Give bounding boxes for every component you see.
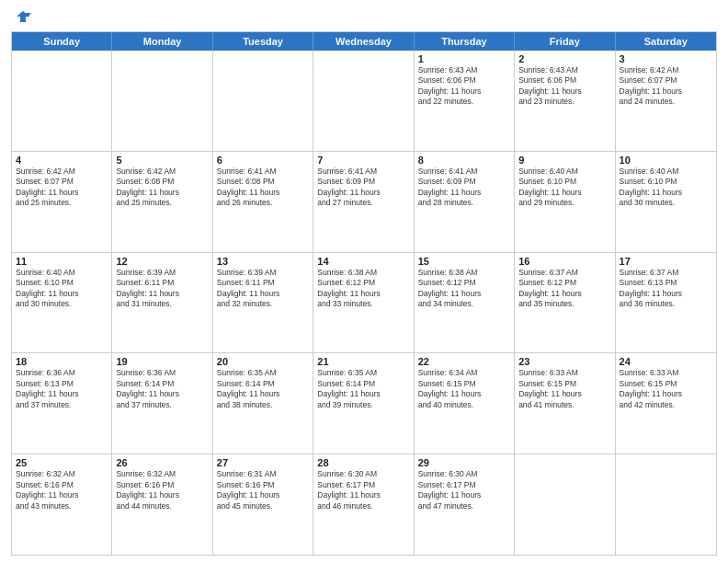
- day-info: Sunrise: 6:42 AM Sunset: 6:07 PM Dayligh…: [620, 65, 712, 108]
- logo: [11, 9, 33, 26]
- day-info: Sunrise: 6:33 AM Sunset: 6:15 PM Dayligh…: [620, 368, 712, 410]
- calendar-body: 1Sunrise: 6:43 AM Sunset: 6:06 PM Daylig…: [12, 51, 716, 555]
- day-info: Sunrise: 6:33 AM Sunset: 6:15 PM Dayligh…: [518, 368, 610, 410]
- calendar-day: 14Sunrise: 6:38 AM Sunset: 6:12 PM Dayli…: [313, 253, 414, 353]
- calendar-day: 29Sunrise: 6:30 AM Sunset: 6:17 PM Dayli…: [415, 454, 515, 555]
- day-number: 2: [518, 53, 610, 64]
- calendar-day: 23Sunrise: 6:33 AM Sunset: 6:15 PM Dayli…: [515, 353, 615, 454]
- day-info: Sunrise: 6:41 AM Sunset: 6:08 PM Dayligh…: [217, 167, 309, 209]
- day-number: 8: [418, 155, 510, 166]
- day-info: Sunrise: 6:41 AM Sunset: 6:09 PM Dayligh…: [317, 167, 409, 209]
- day-number: 9: [518, 155, 610, 166]
- calendar-day: 17Sunrise: 6:37 AM Sunset: 6:13 PM Dayli…: [616, 253, 716, 353]
- day-info: Sunrise: 6:30 AM Sunset: 6:17 PM Dayligh…: [418, 469, 510, 511]
- day-number: 22: [418, 356, 510, 367]
- day-number: 1: [418, 53, 510, 64]
- calendar-day: 4Sunrise: 6:42 AM Sunset: 6:07 PM Daylig…: [12, 152, 112, 252]
- calendar-day: 10Sunrise: 6:40 AM Sunset: 6:10 PM Dayli…: [616, 152, 716, 252]
- calendar-day: 6Sunrise: 6:41 AM Sunset: 6:08 PM Daylig…: [213, 152, 313, 252]
- day-info: Sunrise: 6:43 AM Sunset: 6:06 PM Dayligh…: [518, 65, 610, 108]
- calendar-row: 4Sunrise: 6:42 AM Sunset: 6:07 PM Daylig…: [12, 152, 716, 253]
- calendar-day: 21Sunrise: 6:35 AM Sunset: 6:14 PM Dayli…: [313, 353, 414, 454]
- calendar-day: 20Sunrise: 6:35 AM Sunset: 6:14 PM Dayli…: [213, 353, 313, 454]
- calendar-day: 18Sunrise: 6:36 AM Sunset: 6:13 PM Dayli…: [12, 353, 112, 454]
- day-info: Sunrise: 6:40 AM Sunset: 6:10 PM Dayligh…: [518, 167, 610, 209]
- weekday-header: Monday: [112, 32, 212, 51]
- day-info: Sunrise: 6:36 AM Sunset: 6:14 PM Dayligh…: [116, 368, 208, 410]
- day-number: 29: [418, 457, 510, 468]
- day-info: Sunrise: 6:43 AM Sunset: 6:06 PM Dayligh…: [418, 65, 510, 108]
- day-number: 26: [116, 457, 208, 468]
- calendar-day: 15Sunrise: 6:38 AM Sunset: 6:12 PM Dayli…: [415, 253, 515, 353]
- calendar-day: 8Sunrise: 6:41 AM Sunset: 6:09 PM Daylig…: [415, 152, 515, 252]
- weekday-header: Saturday: [616, 32, 716, 51]
- day-number: 5: [116, 155, 208, 166]
- calendar-row: 25Sunrise: 6:32 AM Sunset: 6:16 PM Dayli…: [12, 454, 716, 555]
- day-number: 14: [317, 256, 409, 267]
- weekday-header: Friday: [515, 32, 615, 51]
- calendar-day: 12Sunrise: 6:39 AM Sunset: 6:11 PM Dayli…: [112, 253, 212, 353]
- calendar-day: 9Sunrise: 6:40 AM Sunset: 6:10 PM Daylig…: [515, 152, 615, 252]
- calendar-empty-cell: [213, 51, 313, 151]
- weekday-header: Tuesday: [213, 32, 313, 51]
- calendar-day: 1Sunrise: 6:43 AM Sunset: 6:06 PM Daylig…: [415, 51, 515, 151]
- day-info: Sunrise: 6:35 AM Sunset: 6:14 PM Dayligh…: [217, 368, 309, 410]
- calendar: SundayMondayTuesdayWednesdayThursdayFrid…: [11, 31, 717, 556]
- day-number: 6: [217, 155, 309, 166]
- day-info: Sunrise: 6:38 AM Sunset: 6:12 PM Dayligh…: [418, 268, 510, 310]
- day-info: Sunrise: 6:38 AM Sunset: 6:12 PM Dayligh…: [317, 268, 409, 310]
- day-number: 15: [418, 256, 510, 267]
- day-number: 24: [620, 356, 712, 367]
- day-number: 12: [116, 256, 208, 267]
- calendar-row: 1Sunrise: 6:43 AM Sunset: 6:06 PM Daylig…: [12, 51, 716, 152]
- day-info: Sunrise: 6:39 AM Sunset: 6:11 PM Dayligh…: [116, 268, 208, 310]
- calendar-day: 11Sunrise: 6:40 AM Sunset: 6:10 PM Dayli…: [12, 253, 112, 353]
- calendar-row: 18Sunrise: 6:36 AM Sunset: 6:13 PM Dayli…: [12, 353, 716, 454]
- calendar-day: 24Sunrise: 6:33 AM Sunset: 6:15 PM Dayli…: [616, 353, 716, 454]
- day-number: 27: [217, 457, 309, 468]
- day-number: 28: [317, 457, 409, 468]
- calendar-empty-cell: [112, 51, 212, 151]
- calendar-empty-cell: [515, 454, 615, 555]
- calendar-day: 2Sunrise: 6:43 AM Sunset: 6:06 PM Daylig…: [515, 51, 615, 151]
- day-info: Sunrise: 6:36 AM Sunset: 6:13 PM Dayligh…: [16, 368, 108, 410]
- logo-bird-icon: [13, 9, 33, 29]
- day-info: Sunrise: 6:32 AM Sunset: 6:16 PM Dayligh…: [116, 469, 208, 511]
- day-number: 13: [217, 256, 309, 267]
- calendar-day: 26Sunrise: 6:32 AM Sunset: 6:16 PM Dayli…: [112, 454, 212, 555]
- day-number: 7: [317, 155, 409, 166]
- day-number: 25: [16, 457, 108, 468]
- calendar-empty-cell: [313, 51, 414, 151]
- calendar-day: 13Sunrise: 6:39 AM Sunset: 6:11 PM Dayli…: [213, 253, 313, 353]
- calendar-header: SundayMondayTuesdayWednesdayThursdayFrid…: [12, 32, 716, 51]
- day-number: 16: [518, 256, 610, 267]
- day-info: Sunrise: 6:40 AM Sunset: 6:10 PM Dayligh…: [16, 268, 108, 310]
- day-number: 18: [16, 356, 108, 367]
- day-number: 20: [217, 356, 309, 367]
- calendar-day: 27Sunrise: 6:31 AM Sunset: 6:16 PM Dayli…: [213, 454, 313, 555]
- calendar-day: 16Sunrise: 6:37 AM Sunset: 6:12 PM Dayli…: [515, 253, 615, 353]
- weekday-header: Wednesday: [313, 32, 414, 51]
- day-info: Sunrise: 6:41 AM Sunset: 6:09 PM Dayligh…: [418, 167, 510, 209]
- weekday-header: Thursday: [415, 32, 515, 51]
- day-number: 10: [620, 155, 712, 166]
- day-info: Sunrise: 6:34 AM Sunset: 6:15 PM Dayligh…: [418, 368, 510, 410]
- day-info: Sunrise: 6:42 AM Sunset: 6:07 PM Dayligh…: [16, 167, 108, 209]
- calendar-day: 19Sunrise: 6:36 AM Sunset: 6:14 PM Dayli…: [112, 353, 212, 454]
- day-number: 4: [16, 155, 108, 166]
- calendar-day: 25Sunrise: 6:32 AM Sunset: 6:16 PM Dayli…: [12, 454, 112, 555]
- calendar-day: 3Sunrise: 6:42 AM Sunset: 6:07 PM Daylig…: [616, 51, 716, 151]
- day-info: Sunrise: 6:37 AM Sunset: 6:12 PM Dayligh…: [518, 268, 610, 310]
- calendar-empty-cell: [616, 454, 716, 555]
- weekday-header: Sunday: [12, 32, 112, 51]
- calendar-day: 7Sunrise: 6:41 AM Sunset: 6:09 PM Daylig…: [313, 152, 414, 252]
- day-number: 11: [16, 256, 108, 267]
- day-info: Sunrise: 6:31 AM Sunset: 6:16 PM Dayligh…: [217, 469, 309, 511]
- day-info: Sunrise: 6:30 AM Sunset: 6:17 PM Dayligh…: [317, 469, 409, 511]
- calendar-day: 22Sunrise: 6:34 AM Sunset: 6:15 PM Dayli…: [415, 353, 515, 454]
- day-number: 3: [620, 53, 712, 64]
- day-number: 21: [317, 356, 409, 367]
- day-number: 19: [116, 356, 208, 367]
- day-info: Sunrise: 6:42 AM Sunset: 6:08 PM Dayligh…: [116, 167, 208, 209]
- day-info: Sunrise: 6:39 AM Sunset: 6:11 PM Dayligh…: [217, 268, 309, 310]
